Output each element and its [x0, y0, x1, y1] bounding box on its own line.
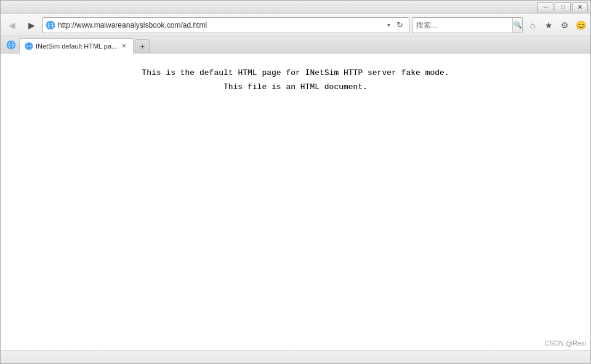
tab-close-button[interactable]: ✕: [119, 42, 128, 50]
back-button[interactable]: ◀: [3, 17, 20, 34]
content-line2: This file is an HTML document.: [13, 80, 578, 94]
search-button[interactable]: 🔍: [512, 18, 522, 33]
tab-ie-icon: [25, 42, 33, 50]
home-button[interactable]: ⌂: [525, 18, 540, 33]
search-bar: 🔍: [412, 17, 523, 33]
content-area: This is the default HTML page for INetSi…: [1, 53, 590, 350]
new-tab-button[interactable]: +: [135, 39, 150, 53]
favorites-button[interactable]: ★: [541, 18, 556, 33]
close-button[interactable]: ✕: [572, 2, 588, 12]
navigation-bar: ◀ ▶ ▾ ↻ 🔍 ⌂ ★ ⚙ 😊: [1, 14, 590, 36]
address-input[interactable]: [58, 21, 385, 30]
settings-button[interactable]: ⚙: [557, 18, 572, 33]
toolbar-icons: ⌂ ★ ⚙ 😊: [525, 18, 588, 33]
tab-bar: INetSim default HTML pa... ✕ +: [1, 36, 590, 53]
tab-ie-favicon: [6, 39, 17, 50]
title-bar: ─ □ ✕: [1, 1, 590, 14]
address-dropdown-arrow[interactable]: ▾: [387, 22, 390, 28]
status-bar: [1, 350, 590, 363]
ie-address-icon: [46, 20, 55, 30]
browser-tab[interactable]: INetSim default HTML pa... ✕: [19, 38, 134, 53]
page-content: This is the default HTML page for INetSi…: [1, 53, 590, 107]
address-bar: ▾ ↻: [42, 17, 409, 33]
window-controls: ─ □ ✕: [537, 2, 588, 12]
watermark: CSDN @Resi: [545, 339, 586, 347]
maximize-button[interactable]: □: [555, 2, 571, 12]
search-input[interactable]: [412, 21, 512, 30]
forward-button[interactable]: ▶: [23, 17, 40, 34]
minimize-button[interactable]: ─: [537, 2, 553, 12]
refresh-button[interactable]: ↻: [393, 18, 406, 32]
content-line1: This is the default HTML page for INetSi…: [13, 66, 578, 80]
tab-label: INetSim default HTML pa...: [36, 42, 117, 50]
emoji-button[interactable]: 😊: [573, 18, 588, 33]
browser-window: ─ □ ✕ ◀ ▶ ▾ ↻ 🔍 ⌂ ★: [0, 0, 591, 364]
